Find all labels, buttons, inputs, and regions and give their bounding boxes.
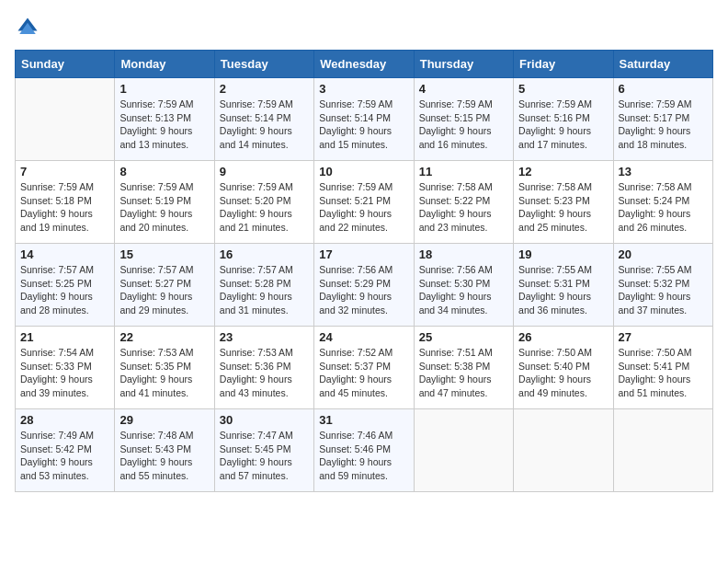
- day-number: 29: [119, 413, 209, 427]
- calendar-cell: 20 Sunrise: 7:55 AMSunset: 5:32 PMDaylig…: [613, 244, 712, 327]
- day-number: 3: [319, 82, 408, 96]
- day-number: 13: [619, 165, 708, 178]
- day-number: 31: [319, 413, 408, 427]
- calendar-cell: 3 Sunrise: 7:59 AMSunset: 5:14 PMDayligh…: [314, 78, 414, 161]
- day-info: Sunrise: 7:50 AMSunset: 5:40 PMDaylight:…: [518, 346, 608, 400]
- header-day-thursday: Thursday: [414, 51, 513, 78]
- day-info: Sunrise: 7:51 AMSunset: 5:38 PMDaylight:…: [419, 346, 508, 400]
- calendar-cell: [514, 409, 613, 492]
- logo: [15, 15, 44, 40]
- day-number: 18: [419, 247, 508, 261]
- calendar-cell: 12 Sunrise: 7:58 AMSunset: 5:23 PMDaylig…: [514, 161, 613, 244]
- calendar-cell: 1 Sunrise: 7:59 AMSunset: 5:13 PMDayligh…: [115, 78, 214, 161]
- day-number: 19: [518, 247, 608, 261]
- day-number: 8: [119, 165, 209, 178]
- calendar-cell: 7 Sunrise: 7:59 AMSunset: 5:18 PMDayligh…: [16, 161, 115, 244]
- day-number: 14: [20, 247, 109, 261]
- day-info: Sunrise: 7:50 AMSunset: 5:41 PMDaylight:…: [619, 346, 708, 400]
- calendar-week-row: 7 Sunrise: 7:59 AMSunset: 5:18 PMDayligh…: [16, 161, 713, 244]
- calendar-cell: [16, 78, 115, 161]
- day-info: Sunrise: 7:55 AMSunset: 5:31 PMDaylight:…: [518, 263, 608, 317]
- calendar-cell: 5 Sunrise: 7:59 AMSunset: 5:16 PMDayligh…: [514, 78, 613, 161]
- calendar-cell: 4 Sunrise: 7:59 AMSunset: 5:15 PMDayligh…: [414, 78, 513, 161]
- day-number: 10: [319, 165, 408, 178]
- day-number: 20: [619, 247, 708, 261]
- day-info: Sunrise: 7:59 AMSunset: 5:14 PMDaylight:…: [319, 98, 408, 152]
- day-info: Sunrise: 7:59 AMSunset: 5:20 PMDaylight:…: [220, 180, 309, 235]
- day-number: 12: [518, 165, 608, 178]
- day-number: 6: [619, 82, 708, 96]
- calendar-cell: 11 Sunrise: 7:58 AMSunset: 5:22 PMDaylig…: [414, 161, 513, 244]
- header-day-monday: Monday: [115, 51, 214, 78]
- day-info: Sunrise: 7:48 AMSunset: 5:43 PMDaylight:…: [119, 429, 209, 483]
- calendar-cell: 16 Sunrise: 7:57 AMSunset: 5:28 PMDaylig…: [214, 244, 313, 327]
- calendar-cell: 17 Sunrise: 7:56 AMSunset: 5:29 PMDaylig…: [314, 244, 414, 327]
- day-info: Sunrise: 7:59 AMSunset: 5:21 PMDaylight:…: [319, 180, 408, 235]
- logo-icon: [15, 15, 40, 40]
- day-number: 11: [419, 165, 508, 178]
- day-number: 16: [220, 247, 309, 261]
- calendar-header-row: SundayMondayTuesdayWednesdayThursdayFrid…: [16, 51, 713, 78]
- day-number: 30: [220, 413, 309, 427]
- page-header: [15, 15, 713, 40]
- calendar-cell: 22 Sunrise: 7:53 AMSunset: 5:35 PMDaylig…: [115, 327, 214, 409]
- day-number: 9: [220, 165, 309, 178]
- calendar-cell: 9 Sunrise: 7:59 AMSunset: 5:20 PMDayligh…: [214, 161, 313, 244]
- day-number: 5: [518, 82, 608, 96]
- calendar-cell: 8 Sunrise: 7:59 AMSunset: 5:19 PMDayligh…: [115, 161, 214, 244]
- day-info: Sunrise: 7:47 AMSunset: 5:45 PMDaylight:…: [220, 429, 309, 483]
- day-info: Sunrise: 7:49 AMSunset: 5:42 PMDaylight:…: [20, 429, 109, 483]
- calendar-week-row: 1 Sunrise: 7:59 AMSunset: 5:13 PMDayligh…: [16, 78, 713, 161]
- day-info: Sunrise: 7:59 AMSunset: 5:18 PMDaylight:…: [20, 180, 109, 235]
- day-info: Sunrise: 7:57 AMSunset: 5:28 PMDaylight:…: [220, 263, 309, 317]
- calendar-table: SundayMondayTuesdayWednesdayThursdayFrid…: [15, 50, 713, 492]
- day-number: 21: [20, 330, 109, 344]
- calendar-cell: 24 Sunrise: 7:52 AMSunset: 5:37 PMDaylig…: [314, 327, 414, 409]
- calendar-cell: 2 Sunrise: 7:59 AMSunset: 5:14 PMDayligh…: [214, 78, 313, 161]
- day-number: 26: [518, 330, 608, 344]
- calendar-cell: 21 Sunrise: 7:54 AMSunset: 5:33 PMDaylig…: [16, 327, 115, 409]
- header-day-wednesday: Wednesday: [314, 51, 414, 78]
- day-info: Sunrise: 7:59 AMSunset: 5:16 PMDaylight:…: [518, 98, 608, 152]
- calendar-cell: 6 Sunrise: 7:59 AMSunset: 5:17 PMDayligh…: [613, 78, 712, 161]
- calendar-week-row: 28 Sunrise: 7:49 AMSunset: 5:42 PMDaylig…: [16, 409, 713, 492]
- calendar-cell: 27 Sunrise: 7:50 AMSunset: 5:41 PMDaylig…: [613, 327, 712, 409]
- day-number: 17: [319, 247, 408, 261]
- day-number: 27: [619, 330, 708, 344]
- day-info: Sunrise: 7:57 AMSunset: 5:25 PMDaylight:…: [20, 263, 109, 317]
- day-info: Sunrise: 7:52 AMSunset: 5:37 PMDaylight:…: [319, 346, 408, 400]
- calendar-week-row: 21 Sunrise: 7:54 AMSunset: 5:33 PMDaylig…: [16, 327, 713, 409]
- calendar-cell: 30 Sunrise: 7:47 AMSunset: 5:45 PMDaylig…: [214, 409, 313, 492]
- day-info: Sunrise: 7:55 AMSunset: 5:32 PMDaylight:…: [619, 263, 708, 317]
- calendar-cell: 15 Sunrise: 7:57 AMSunset: 5:27 PMDaylig…: [115, 244, 214, 327]
- calendar-cell: 10 Sunrise: 7:59 AMSunset: 5:21 PMDaylig…: [314, 161, 414, 244]
- day-number: 2: [220, 82, 309, 96]
- calendar-cell: 23 Sunrise: 7:53 AMSunset: 5:36 PMDaylig…: [214, 327, 313, 409]
- day-number: 25: [419, 330, 508, 344]
- calendar-cell: 26 Sunrise: 7:50 AMSunset: 5:40 PMDaylig…: [514, 327, 613, 409]
- header-day-saturday: Saturday: [613, 51, 712, 78]
- day-number: 4: [419, 82, 508, 96]
- calendar-cell: 25 Sunrise: 7:51 AMSunset: 5:38 PMDaylig…: [414, 327, 513, 409]
- day-info: Sunrise: 7:59 AMSunset: 5:15 PMDaylight:…: [419, 98, 508, 152]
- day-info: Sunrise: 7:57 AMSunset: 5:27 PMDaylight:…: [119, 263, 209, 317]
- day-number: 28: [20, 413, 109, 427]
- day-info: Sunrise: 7:53 AMSunset: 5:35 PMDaylight:…: [119, 346, 209, 400]
- day-info: Sunrise: 7:59 AMSunset: 5:19 PMDaylight:…: [119, 180, 209, 235]
- day-info: Sunrise: 7:59 AMSunset: 5:13 PMDaylight:…: [119, 98, 209, 152]
- day-number: 1: [119, 82, 209, 96]
- calendar-cell: [613, 409, 712, 492]
- calendar-cell: 31 Sunrise: 7:46 AMSunset: 5:46 PMDaylig…: [314, 409, 414, 492]
- header-day-sunday: Sunday: [16, 51, 115, 78]
- calendar-week-row: 14 Sunrise: 7:57 AMSunset: 5:25 PMDaylig…: [16, 244, 713, 327]
- calendar-cell: 19 Sunrise: 7:55 AMSunset: 5:31 PMDaylig…: [514, 244, 613, 327]
- day-info: Sunrise: 7:53 AMSunset: 5:36 PMDaylight:…: [220, 346, 309, 400]
- day-info: Sunrise: 7:59 AMSunset: 5:17 PMDaylight:…: [619, 98, 708, 152]
- day-number: 24: [319, 330, 408, 344]
- calendar-cell: 13 Sunrise: 7:58 AMSunset: 5:24 PMDaylig…: [613, 161, 712, 244]
- calendar-cell: 18 Sunrise: 7:56 AMSunset: 5:30 PMDaylig…: [414, 244, 513, 327]
- header-day-friday: Friday: [514, 51, 613, 78]
- calendar-cell: 29 Sunrise: 7:48 AMSunset: 5:43 PMDaylig…: [115, 409, 214, 492]
- day-info: Sunrise: 7:58 AMSunset: 5:23 PMDaylight:…: [518, 180, 608, 235]
- day-info: Sunrise: 7:56 AMSunset: 5:29 PMDaylight:…: [319, 263, 408, 317]
